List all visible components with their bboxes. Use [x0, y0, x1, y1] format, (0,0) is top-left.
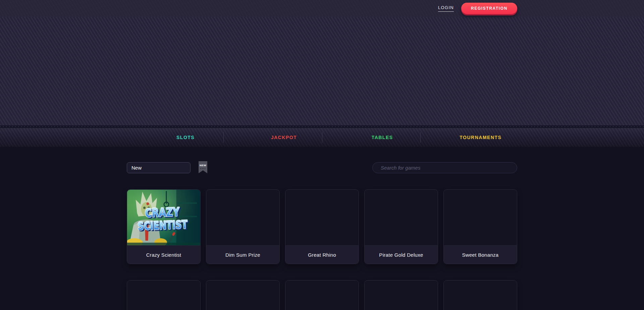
- game-card[interactable]: [364, 280, 438, 310]
- game-thumbnail: [285, 281, 359, 310]
- registration-button[interactable]: REGISTRATION: [461, 3, 517, 14]
- filter-controls: New NEW: [127, 162, 517, 173]
- game-card-crazy-scientist[interactable]: CRAZY SCIENTIST Crazy Scientist: [127, 189, 201, 264]
- game-thumbnail: [365, 190, 438, 245]
- tab-slots[interactable]: SLOTS: [125, 135, 223, 140]
- game-card-sweet-bonanza[interactable]: Sweet Bonanza: [443, 189, 517, 264]
- tab-tables[interactable]: TABLES: [322, 135, 420, 140]
- art-title-line2: SCIENTIST: [138, 218, 188, 233]
- game-card-pirate-gold-deluxe[interactable]: Pirate Gold Deluxe: [364, 189, 438, 264]
- topbar: LOGIN REGISTRATION: [0, 0, 644, 17]
- game-title: Dim Sum Prize: [206, 245, 279, 264]
- game-title: Pirate Gold Deluxe: [365, 245, 438, 264]
- category-filter-select[interactable]: New: [127, 162, 191, 173]
- game-card[interactable]: [127, 280, 201, 310]
- tab-divider: [223, 132, 224, 143]
- game-title: Great Rhino: [285, 245, 359, 264]
- category-filter-value: New: [131, 165, 142, 171]
- game-thumbnail: [206, 281, 279, 310]
- game-grid-row2: [127, 280, 517, 310]
- game-thumbnail: [127, 281, 200, 310]
- tab-divider: [322, 132, 322, 143]
- crazy-scientist-artwork: CRAZY SCIENTIST: [127, 190, 200, 245]
- new-ribbon-dots: [200, 168, 206, 169]
- game-search: [372, 162, 517, 173]
- game-card[interactable]: [443, 280, 517, 310]
- category-tabs: SLOTS JACKPOT TABLES TOURNAMENTS: [125, 128, 519, 147]
- search-input[interactable]: [373, 165, 517, 171]
- game-card[interactable]: [285, 280, 359, 310]
- game-title: Crazy Scientist: [127, 245, 200, 264]
- game-thumbnail: CRAZY SCIENTIST: [127, 190, 200, 245]
- lobby-main: New NEW: [127, 162, 517, 310]
- game-card[interactable]: [206, 280, 280, 310]
- game-thumbnail: [285, 190, 359, 245]
- tab-tournaments[interactable]: TOURNAMENTS: [421, 135, 519, 140]
- new-ribbon-label: NEW: [200, 164, 206, 167]
- tab-divider: [420, 132, 421, 143]
- new-ribbon-icon[interactable]: NEW: [199, 161, 207, 173]
- game-grid-row1: CRAZY SCIENTIST Crazy Scientist Dim Sum …: [127, 189, 517, 264]
- game-card-great-rhino[interactable]: Great Rhino: [285, 189, 359, 264]
- hero-banner: [0, 17, 644, 125]
- game-title: Sweet Bonanza: [444, 245, 517, 264]
- game-thumbnail: [444, 281, 517, 310]
- topbar-inner: LOGIN REGISTRATION: [127, 0, 517, 17]
- tab-jackpot[interactable]: JACKPOT: [224, 135, 322, 140]
- game-thumbnail: [444, 190, 517, 245]
- login-link[interactable]: LOGIN: [438, 5, 454, 12]
- hero-seam-divider: [0, 125, 644, 128]
- game-thumbnail: [365, 281, 438, 310]
- category-tabs-bar: SLOTS JACKPOT TABLES TOURNAMENTS: [0, 128, 644, 147]
- art-title-line1: CRAZY: [145, 205, 180, 220]
- game-card-dim-sum-prize[interactable]: Dim Sum Prize: [206, 189, 280, 264]
- game-thumbnail: [206, 190, 279, 245]
